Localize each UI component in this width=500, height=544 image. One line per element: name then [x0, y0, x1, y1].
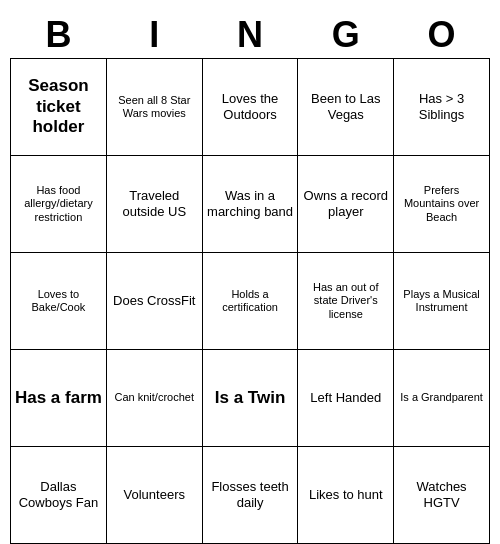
cell-r4-c0: Dallas Cowboys Fan	[11, 447, 107, 544]
cell-r3-c1: Can knit/crochet	[106, 350, 202, 447]
cell-r4-c4: Watches HGTV	[394, 447, 490, 544]
bingo-letter-b: B	[11, 12, 107, 59]
cell-r3-c4: Is a Grandparent	[394, 350, 490, 447]
cell-r2-c1: Does CrossFit	[106, 253, 202, 350]
bingo-letter-i: I	[106, 12, 202, 59]
cell-r3-c3: Left Handed	[298, 350, 394, 447]
cell-r0-c3: Been to Las Vegas	[298, 59, 394, 156]
cell-r1-c0: Has food allergy/dietary restriction	[11, 156, 107, 253]
cell-r0-c4: Has > 3 Siblings	[394, 59, 490, 156]
cell-r0-c0: Season ticket holder	[11, 59, 107, 156]
cell-r2-c4: Plays a Musical Instrument	[394, 253, 490, 350]
bingo-grid: BINGO Season ticket holderSeen all 8 Sta…	[10, 12, 490, 544]
cell-r1-c4: Prefers Mountains over Beach	[394, 156, 490, 253]
bingo-letter-g: G	[298, 12, 394, 59]
cell-r1-c3: Owns a record player	[298, 156, 394, 253]
bingo-letter-n: N	[202, 12, 298, 59]
cell-r1-c2: Was in a marching band	[202, 156, 298, 253]
cell-r0-c1: Seen all 8 Star Wars movies	[106, 59, 202, 156]
cell-r2-c3: Has an out of state Driver's license	[298, 253, 394, 350]
cell-r0-c2: Loves the Outdoors	[202, 59, 298, 156]
bingo-letter-o: O	[394, 12, 490, 59]
cell-r2-c2: Holds a certification	[202, 253, 298, 350]
cell-r3-c2: Is a Twin	[202, 350, 298, 447]
cell-r2-c0: Loves to Bake/Cook	[11, 253, 107, 350]
cell-r1-c1: Traveled outside US	[106, 156, 202, 253]
cell-r4-c2: Flosses teeth daily	[202, 447, 298, 544]
cell-r4-c1: Volunteers	[106, 447, 202, 544]
cell-r4-c3: Likes to hunt	[298, 447, 394, 544]
cell-r3-c0: Has a farm	[11, 350, 107, 447]
